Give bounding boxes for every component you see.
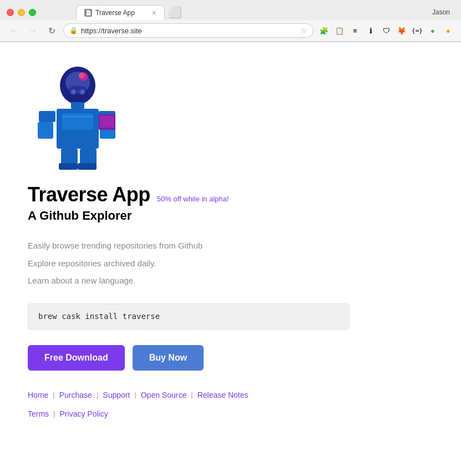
nav-links: Home | Purchase | Support | Open Source … [28,391,433,399]
svg-rect-14 [61,149,78,164]
address-text: https://traverse.site [81,27,297,35]
svg-rect-9 [38,122,53,139]
forward-button[interactable]: → [26,23,40,38]
app-title: Traverse App [28,183,150,206]
back-button[interactable]: ← [7,23,21,38]
robot-svg [28,64,116,170]
title-bar: 📄 Traverse App × ⬜ Jason [0,0,461,20]
description-line-1: Easily browse trending repositories from… [28,239,433,253]
browser-chrome: 📄 Traverse App × ⬜ Jason ← → ↻ 🔒 ht [0,0,461,42]
tab-close-button[interactable]: × [152,9,156,17]
buy-now-button[interactable]: Buy Now [133,345,204,371]
svg-point-3 [79,73,84,78]
extension-icon-1[interactable]: 🧩 [318,24,330,37]
app-title-row: Traverse App 50% off while in alpha! [28,183,433,206]
nav-separator-4: | [191,391,192,399]
nav-link-release-notes[interactable]: Release Notes [197,391,249,399]
footer-link-terms[interactable]: Terms [28,409,49,418]
tabs-bar: 📄 Traverse App × ⬜ [76,4,432,20]
svg-rect-13 [100,115,114,128]
minimize-window-button[interactable] [18,9,25,16]
svg-rect-8 [39,111,55,122]
menu-icon[interactable]: ≡ [349,24,361,37]
maximize-window-button[interactable] [29,9,36,16]
address-bar[interactable]: 🔒 https://traverse.site ☆ [63,23,313,38]
svg-rect-15 [59,163,78,170]
svg-rect-4 [71,102,84,109]
back-icon: ← [9,26,18,36]
app-subtitle: A Github Explorer [28,209,433,223]
svg-rect-7 [62,115,93,118]
tab-title: Traverse App [95,9,149,17]
bookmark-icon[interactable]: ☆ [300,26,307,35]
new-tab-button[interactable]: ⬜ [167,4,183,20]
svg-point-22 [82,90,84,93]
window-controls [7,9,36,16]
nav-separator-1: | [53,391,54,399]
fox-icon[interactable]: 🦊 [396,24,408,37]
nav-link-support[interactable]: Support [103,391,130,399]
toolbar-icons: 🧩 📋 ≡ ℹ 🛡 🦊 {=} ● ● [318,24,454,37]
brackets-icon[interactable]: {=} [411,24,423,37]
svg-rect-17 [78,163,97,170]
footer-links: Terms | Privacy Policy [28,409,433,418]
robot-illustration [28,64,116,170]
orange-circle-icon[interactable]: ● [442,24,454,37]
extension-icon-2[interactable]: 📋 [333,24,346,37]
green-circle-icon[interactable]: ● [427,24,439,37]
lock-icon: 🔒 [69,27,78,34]
svg-rect-16 [80,149,97,164]
svg-point-21 [73,90,75,93]
install-command-text: brew cask install traverse [38,312,160,321]
install-command: brew cask install traverse [28,303,349,330]
nav-link-purchase[interactable]: Purchase [59,391,92,399]
nav-separator-2: | [97,391,98,399]
footer-separator-1: | [53,409,55,418]
nav-separator-3: | [134,391,136,399]
nav-bar: ← → ↻ 🔒 https://traverse.site ☆ 🧩 📋 ≡ ℹ … [0,20,461,42]
refresh-button[interactable]: ↻ [44,23,59,38]
active-tab[interactable]: 📄 Traverse App × [76,5,165,20]
free-download-button[interactable]: Free Download [28,345,125,371]
footer-link-privacy[interactable]: Privacy Policy [60,409,108,418]
buttons-row: Free Download Buy Now [28,345,433,371]
user-name: Jason [432,8,454,16]
title-bar-row: 📄 Traverse App × ⬜ Jason [7,4,454,20]
svg-point-18 [67,85,89,101]
nav-link-home[interactable]: Home [28,391,48,399]
alpha-badge: 50% off while in alpha! [157,195,229,203]
forward-icon: → [28,26,37,36]
shield-icon[interactable]: 🛡 [380,24,392,37]
info-icon[interactable]: ℹ [364,24,377,37]
refresh-icon: ↻ [48,26,55,36]
description-line-2: Explore repositories archived daily. [28,256,433,271]
nav-link-open-source[interactable]: Open Source [141,391,187,399]
close-window-button[interactable] [7,9,14,16]
description-line-3: Learn about a new language. [28,274,433,288]
page-content: Traverse App 50% off while in alpha! A G… [0,42,461,440]
tab-favicon: 📄 [84,9,92,17]
new-tab-icon: ⬜ [168,6,182,19]
